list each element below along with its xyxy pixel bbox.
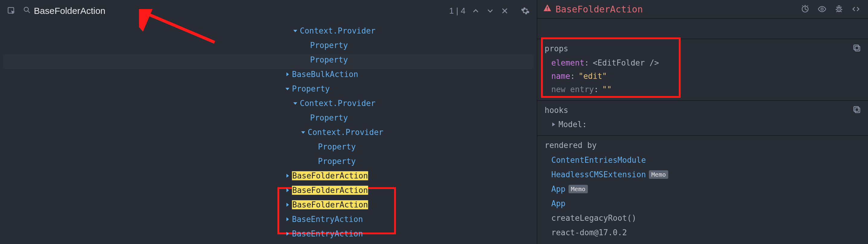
prop-name[interactable]: name: "edit"	[551, 69, 861, 83]
tree-row[interactable]: Property	[0, 53, 537, 67]
hook-item[interactable]: Model:	[551, 118, 861, 131]
prop-key: name	[551, 72, 570, 81]
prop-element[interactable]: element: <EditFolder />	[551, 56, 861, 69]
hooks-title: hooks	[537, 104, 868, 118]
rendered-by-title: rendered by	[537, 139, 868, 153]
prop-value: ""	[602, 85, 612, 94]
tree-row-label: Property	[310, 55, 348, 64]
memo-badge: Memo	[649, 170, 668, 179]
tree-row-label: BaseFolderAction	[292, 186, 368, 195]
tree-row[interactable]: BaseFolderAction	[0, 183, 537, 198]
props-section: props element: <EditFolder /> name: "edi…	[537, 39, 868, 100]
inspector-gap	[537, 18, 868, 39]
tree-row[interactable]: BaseEntryAction	[0, 241, 537, 244]
view-source-icon[interactable]	[849, 2, 863, 16]
clear-search-icon[interactable]	[498, 4, 512, 18]
chevron-right-icon[interactable]	[285, 217, 290, 222]
inspect-element-icon[interactable]	[5, 4, 18, 18]
inspector-header: BaseFolderAction	[537, 0, 868, 18]
chevron-right-icon[interactable]	[285, 188, 290, 193]
rendered-by-label: createLegacyRoot()	[551, 213, 637, 222]
tree-row[interactable]: BaseEntryAction	[0, 226, 537, 241]
tree-row-label: Context.Provider	[308, 128, 383, 137]
tree-row[interactable]: BaseFolderAction	[0, 169, 537, 183]
chevron-down-icon[interactable]	[301, 130, 306, 135]
tree-row-label: Property	[318, 157, 356, 166]
tree-row[interactable]: BaseEntryAction	[0, 212, 537, 226]
search-input[interactable]	[34, 6, 161, 16]
rendered-by-item[interactable]: HeadlessCMSExtensionMemo	[551, 167, 861, 182]
tree-row[interactable]: Property	[0, 110, 537, 125]
components-tree-panel: 1 | 4	[0, 0, 537, 244]
prop-key: element	[551, 58, 585, 67]
tree-row-label: BaseFolderAction	[292, 171, 368, 180]
tree-row[interactable]: Property	[0, 81, 537, 96]
tree-row-label: BaseFolderAction	[292, 200, 368, 209]
component-tree[interactable]: Context.ProviderPropertyPropertyBaseBulk…	[0, 22, 537, 244]
tree-row[interactable]: Property	[0, 140, 537, 154]
tree-row[interactable]: BaseFolderAction	[0, 198, 537, 212]
tree-row-label: Property	[318, 142, 356, 151]
search-icon	[23, 6, 31, 16]
rendered-by-section: rendered by ContentEntriesModuleHeadless…	[537, 135, 868, 244]
search-next-icon[interactable]	[484, 4, 497, 18]
search-prev-icon[interactable]	[469, 4, 483, 18]
toolbar-right: 1 | 4	[449, 4, 532, 18]
chevron-right-icon[interactable]	[285, 202, 290, 207]
hooks-section: hooks Model:	[537, 100, 868, 135]
tree-row[interactable]: Context.Provider	[0, 24, 537, 38]
svg-point-1	[24, 7, 28, 11]
tree-row-label: Property	[292, 84, 330, 93]
memo-badge: Memo	[568, 185, 588, 193]
chevron-down-icon[interactable]	[285, 86, 290, 91]
rendered-by-label: App	[551, 199, 565, 208]
rendered-by-label: App	[551, 184, 565, 194]
settings-icon[interactable]	[519, 4, 532, 18]
rendered-by-item: createLegacyRoot()	[551, 211, 861, 225]
inspector-panel: BaseFolderAction props element: <EditFol…	[537, 0, 868, 244]
tree-row-label: Property	[310, 113, 348, 122]
svg-rect-8	[855, 46, 860, 51]
search-result-count: 1 | 4	[449, 6, 465, 16]
warning-icon	[543, 4, 552, 14]
chevron-right-icon[interactable]	[285, 173, 290, 178]
chevron-down-icon[interactable]	[292, 101, 298, 106]
tree-row-label: Context.Provider	[300, 26, 375, 35]
svg-rect-4	[547, 10, 548, 10]
selected-component-name: BaseFolderAction	[556, 4, 643, 14]
tree-row[interactable]: Property	[0, 38, 537, 53]
props-title: props	[537, 42, 868, 56]
tree-row-label: Context.Provider	[300, 99, 375, 108]
chevron-right-icon[interactable]	[285, 231, 290, 236]
svg-rect-10	[855, 108, 860, 113]
rendered-by-item[interactable]: AppMemo	[551, 182, 861, 196]
tree-row[interactable]: Property	[0, 154, 537, 169]
chevron-right-icon[interactable]	[285, 72, 290, 77]
copy-props-icon[interactable]	[852, 43, 862, 53]
tree-row-label: BaseBulkAction	[292, 70, 358, 79]
svg-rect-3	[547, 7, 548, 9]
tree-row-label: BaseEntryAction	[292, 215, 363, 224]
bug-icon[interactable]	[832, 2, 846, 16]
rendered-by-item[interactable]: ContentEntriesModule	[551, 153, 861, 167]
inspect-dom-icon[interactable]	[815, 2, 829, 16]
tree-row-label: Property	[310, 41, 348, 50]
copy-hooks-icon[interactable]	[852, 104, 862, 115]
chevron-down-icon[interactable]	[292, 28, 298, 33]
rendered-by-label: HeadlessCMSExtension	[551, 170, 646, 179]
tree-row-label: BaseEntryAction	[292, 229, 363, 238]
tree-row[interactable]: BaseBulkAction	[0, 67, 537, 81]
tree-row[interactable]: Context.Provider	[0, 125, 537, 140]
rendered-by-item[interactable]: App	[551, 196, 861, 211]
tree-row[interactable]: Context.Provider	[0, 96, 537, 110]
svg-point-6	[821, 8, 823, 10]
rendered-by-item: react-dom@17.0.2	[551, 225, 861, 240]
hook-label: Model	[559, 120, 582, 129]
svg-rect-9	[854, 45, 859, 50]
profiler-icon[interactable]	[799, 2, 812, 16]
chevron-right-icon	[551, 122, 556, 127]
rendered-by-label: react-dom@17.0.2	[551, 228, 627, 237]
svg-rect-11	[854, 107, 859, 111]
prop-new-entry[interactable]: new entry: ""	[551, 83, 861, 96]
prop-value: <EditFolder />	[593, 58, 659, 67]
